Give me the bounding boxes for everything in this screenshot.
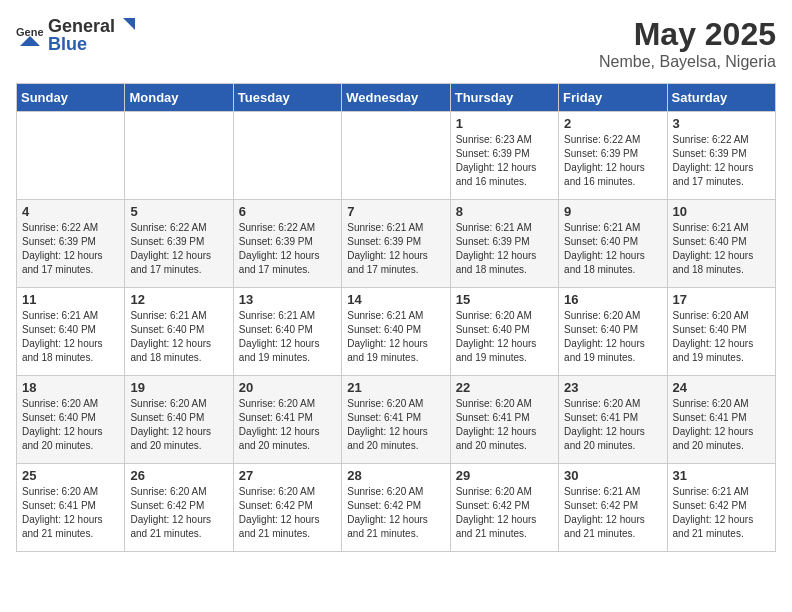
day-number: 28 (347, 468, 444, 483)
calendar-cell: 1Sunrise: 6:23 AM Sunset: 6:39 PM Daylig… (450, 112, 558, 200)
day-info: Sunrise: 6:20 AM Sunset: 6:42 PM Dayligh… (130, 485, 227, 541)
calendar-week-row: 4Sunrise: 6:22 AM Sunset: 6:39 PM Daylig… (17, 200, 776, 288)
day-number: 30 (564, 468, 661, 483)
day-number: 9 (564, 204, 661, 219)
day-info: Sunrise: 6:21 AM Sunset: 6:40 PM Dayligh… (564, 221, 661, 277)
day-number: 25 (22, 468, 119, 483)
weekday-header: Sunday (17, 84, 125, 112)
calendar-cell: 17Sunrise: 6:20 AM Sunset: 6:40 PM Dayli… (667, 288, 775, 376)
calendar-week-row: 1Sunrise: 6:23 AM Sunset: 6:39 PM Daylig… (17, 112, 776, 200)
calendar-cell: 9Sunrise: 6:21 AM Sunset: 6:40 PM Daylig… (559, 200, 667, 288)
day-number: 5 (130, 204, 227, 219)
day-info: Sunrise: 6:20 AM Sunset: 6:40 PM Dayligh… (673, 309, 770, 365)
calendar-cell: 2Sunrise: 6:22 AM Sunset: 6:39 PM Daylig… (559, 112, 667, 200)
calendar-cell (342, 112, 450, 200)
day-number: 8 (456, 204, 553, 219)
day-info: Sunrise: 6:20 AM Sunset: 6:41 PM Dayligh… (239, 397, 336, 453)
location-title: Nembe, Bayelsa, Nigeria (599, 53, 776, 71)
day-info: Sunrise: 6:21 AM Sunset: 6:40 PM Dayligh… (22, 309, 119, 365)
calendar-cell: 16Sunrise: 6:20 AM Sunset: 6:40 PM Dayli… (559, 288, 667, 376)
weekday-header: Friday (559, 84, 667, 112)
calendar-cell: 24Sunrise: 6:20 AM Sunset: 6:41 PM Dayli… (667, 376, 775, 464)
day-info: Sunrise: 6:20 AM Sunset: 6:41 PM Dayligh… (22, 485, 119, 541)
weekday-header: Thursday (450, 84, 558, 112)
calendar-cell: 26Sunrise: 6:20 AM Sunset: 6:42 PM Dayli… (125, 464, 233, 552)
calendar-body: 1Sunrise: 6:23 AM Sunset: 6:39 PM Daylig… (17, 112, 776, 552)
day-number: 11 (22, 292, 119, 307)
calendar-cell: 13Sunrise: 6:21 AM Sunset: 6:40 PM Dayli… (233, 288, 341, 376)
day-number: 29 (456, 468, 553, 483)
day-number: 16 (564, 292, 661, 307)
calendar-cell: 3Sunrise: 6:22 AM Sunset: 6:39 PM Daylig… (667, 112, 775, 200)
day-number: 17 (673, 292, 770, 307)
day-number: 6 (239, 204, 336, 219)
calendar-cell: 14Sunrise: 6:21 AM Sunset: 6:40 PM Dayli… (342, 288, 450, 376)
calendar-cell: 22Sunrise: 6:20 AM Sunset: 6:41 PM Dayli… (450, 376, 558, 464)
day-info: Sunrise: 6:22 AM Sunset: 6:39 PM Dayligh… (673, 133, 770, 189)
day-number: 31 (673, 468, 770, 483)
logo-icon: General (16, 22, 44, 50)
day-info: Sunrise: 6:20 AM Sunset: 6:42 PM Dayligh… (239, 485, 336, 541)
calendar-cell: 5Sunrise: 6:22 AM Sunset: 6:39 PM Daylig… (125, 200, 233, 288)
day-number: 24 (673, 380, 770, 395)
day-info: Sunrise: 6:20 AM Sunset: 6:42 PM Dayligh… (456, 485, 553, 541)
day-number: 23 (564, 380, 661, 395)
day-number: 18 (22, 380, 119, 395)
day-number: 14 (347, 292, 444, 307)
weekday-header-row: SundayMondayTuesdayWednesdayThursdayFrid… (17, 84, 776, 112)
day-info: Sunrise: 6:20 AM Sunset: 6:42 PM Dayligh… (347, 485, 444, 541)
day-number: 21 (347, 380, 444, 395)
weekday-header: Tuesday (233, 84, 341, 112)
calendar-cell: 21Sunrise: 6:20 AM Sunset: 6:41 PM Dayli… (342, 376, 450, 464)
calendar-cell: 25Sunrise: 6:20 AM Sunset: 6:41 PM Dayli… (17, 464, 125, 552)
calendar-cell: 8Sunrise: 6:21 AM Sunset: 6:39 PM Daylig… (450, 200, 558, 288)
day-info: Sunrise: 6:20 AM Sunset: 6:41 PM Dayligh… (673, 397, 770, 453)
day-number: 7 (347, 204, 444, 219)
day-number: 26 (130, 468, 227, 483)
day-info: Sunrise: 6:20 AM Sunset: 6:41 PM Dayligh… (347, 397, 444, 453)
day-number: 2 (564, 116, 661, 131)
calendar-cell: 30Sunrise: 6:21 AM Sunset: 6:42 PM Dayli… (559, 464, 667, 552)
day-info: Sunrise: 6:20 AM Sunset: 6:40 PM Dayligh… (130, 397, 227, 453)
day-number: 3 (673, 116, 770, 131)
logo-triangle (115, 16, 137, 38)
calendar-cell: 6Sunrise: 6:22 AM Sunset: 6:39 PM Daylig… (233, 200, 341, 288)
day-info: Sunrise: 6:21 AM Sunset: 6:40 PM Dayligh… (347, 309, 444, 365)
day-number: 27 (239, 468, 336, 483)
calendar-cell: 7Sunrise: 6:21 AM Sunset: 6:39 PM Daylig… (342, 200, 450, 288)
weekday-header: Saturday (667, 84, 775, 112)
calendar-week-row: 25Sunrise: 6:20 AM Sunset: 6:41 PM Dayli… (17, 464, 776, 552)
weekday-header: Monday (125, 84, 233, 112)
title-block: May 2025 Nembe, Bayelsa, Nigeria (599, 16, 776, 71)
calendar-cell: 15Sunrise: 6:20 AM Sunset: 6:40 PM Dayli… (450, 288, 558, 376)
weekday-header: Wednesday (342, 84, 450, 112)
day-number: 13 (239, 292, 336, 307)
day-info: Sunrise: 6:23 AM Sunset: 6:39 PM Dayligh… (456, 133, 553, 189)
day-info: Sunrise: 6:21 AM Sunset: 6:42 PM Dayligh… (673, 485, 770, 541)
day-info: Sunrise: 6:22 AM Sunset: 6:39 PM Dayligh… (22, 221, 119, 277)
calendar-cell (125, 112, 233, 200)
day-info: Sunrise: 6:21 AM Sunset: 6:42 PM Dayligh… (564, 485, 661, 541)
calendar-cell: 10Sunrise: 6:21 AM Sunset: 6:40 PM Dayli… (667, 200, 775, 288)
day-number: 20 (239, 380, 336, 395)
day-number: 12 (130, 292, 227, 307)
calendar-cell: 18Sunrise: 6:20 AM Sunset: 6:40 PM Dayli… (17, 376, 125, 464)
calendar-table: SundayMondayTuesdayWednesdayThursdayFrid… (16, 83, 776, 552)
svg-marker-2 (123, 18, 135, 30)
calendar-cell: 23Sunrise: 6:20 AM Sunset: 6:41 PM Dayli… (559, 376, 667, 464)
day-number: 4 (22, 204, 119, 219)
day-info: Sunrise: 6:21 AM Sunset: 6:39 PM Dayligh… (347, 221, 444, 277)
day-info: Sunrise: 6:20 AM Sunset: 6:40 PM Dayligh… (564, 309, 661, 365)
day-info: Sunrise: 6:21 AM Sunset: 6:40 PM Dayligh… (239, 309, 336, 365)
day-info: Sunrise: 6:20 AM Sunset: 6:41 PM Dayligh… (564, 397, 661, 453)
day-number: 15 (456, 292, 553, 307)
calendar-week-row: 11Sunrise: 6:21 AM Sunset: 6:40 PM Dayli… (17, 288, 776, 376)
calendar-cell: 31Sunrise: 6:21 AM Sunset: 6:42 PM Dayli… (667, 464, 775, 552)
day-number: 22 (456, 380, 553, 395)
calendar-cell: 19Sunrise: 6:20 AM Sunset: 6:40 PM Dayli… (125, 376, 233, 464)
calendar-cell: 12Sunrise: 6:21 AM Sunset: 6:40 PM Dayli… (125, 288, 233, 376)
page-header: General General Blue May 2025 Nembe, Bay… (16, 16, 776, 71)
calendar-cell: 29Sunrise: 6:20 AM Sunset: 6:42 PM Dayli… (450, 464, 558, 552)
day-number: 1 (456, 116, 553, 131)
day-info: Sunrise: 6:22 AM Sunset: 6:39 PM Dayligh… (239, 221, 336, 277)
